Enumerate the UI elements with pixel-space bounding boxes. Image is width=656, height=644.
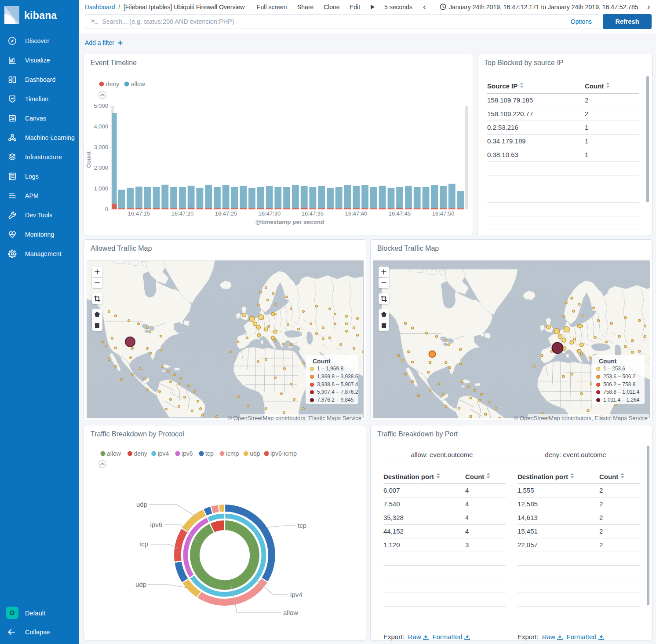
svg-text:deny: deny [106, 80, 119, 88]
svg-text:icmp: icmp [226, 450, 239, 457]
svg-text:allow: allow [283, 609, 298, 616]
svg-text:ipv6: ipv6 [150, 521, 162, 528]
svg-text:16:47:30: 16:47:30 [259, 210, 281, 217]
svg-text:16:47:35: 16:47:35 [302, 210, 324, 217]
svg-text:16:47:45: 16:47:45 [389, 210, 411, 217]
svg-text:udp: udp [136, 501, 147, 508]
svg-text:5,000: 5,000 [94, 102, 108, 109]
svg-text:16:47:25: 16:47:25 [215, 210, 237, 217]
svg-text:16:47:50: 16:47:50 [432, 210, 455, 217]
svg-text:tcp: tcp [139, 540, 148, 548]
svg-text:3,000: 3,000 [94, 144, 108, 150]
svg-text:deny: deny [134, 450, 147, 457]
svg-text:16:47:15: 16:47:15 [128, 210, 150, 217]
svg-text:1,000: 1,000 [94, 185, 108, 192]
svg-text:0: 0 [105, 206, 108, 212]
svg-text:2,000: 2,000 [94, 165, 108, 171]
svg-text:16:47:40: 16:47:40 [345, 210, 368, 217]
svg-text:tcp: tcp [205, 450, 214, 457]
svg-text:ipv4: ipv4 [158, 450, 169, 457]
svg-text:16:47:20: 16:47:20 [171, 210, 194, 217]
svg-text:allow: allow [131, 80, 146, 88]
svg-text:udp: udp [250, 450, 260, 457]
svg-text:@timestamp per second: @timestamp per second [255, 219, 324, 225]
svg-text:ipv4: ipv4 [290, 591, 302, 598]
svg-text:allow: allow [107, 450, 121, 457]
svg-text:Count: Count [85, 151, 92, 168]
svg-text:4,000: 4,000 [94, 123, 108, 130]
svg-text:ipv6: ipv6 [182, 450, 193, 457]
svg-text:ipv6-icmp: ipv6-icmp [270, 450, 297, 457]
svg-text:udp: udp [135, 581, 146, 588]
svg-text:tcp: tcp [298, 522, 306, 529]
